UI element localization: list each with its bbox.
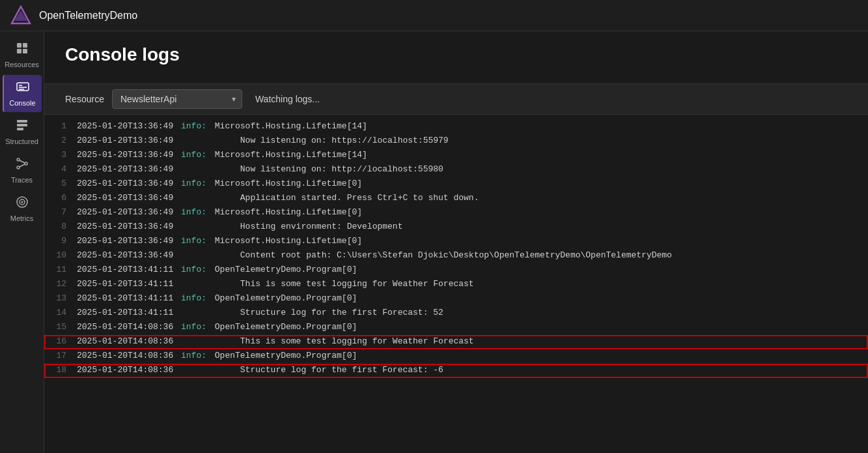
- log-message: Microsoft.Hosting.Lifetime[14]: [210, 121, 868, 131]
- log-timestamp: 2025-01-20T13:36:49: [77, 250, 181, 260]
- metrics-icon: [16, 196, 29, 212]
- log-level: info:: [181, 179, 210, 188]
- svg-rect-10: [17, 120, 27, 123]
- sidebar-item-metrics[interactable]: Metrics: [3, 190, 42, 227]
- log-area[interactable]: 12025-01-20T13:36:49 info: Microsoft.Hos…: [44, 115, 868, 453]
- log-timestamp: 2025-01-20T13:41:11: [77, 308, 181, 317]
- toolbar: Resource NewsletterApi ▾ Watching logs..…: [44, 83, 868, 115]
- svg-rect-11: [17, 124, 27, 126]
- content-area: Console logs Resource NewsletterApi ▾ Wa…: [44, 31, 868, 453]
- svg-rect-4: [17, 49, 21, 53]
- log-row: 92025-01-20T13:36:49 info: Microsoft.Hos…: [44, 235, 868, 249]
- log-message: Now listening on: https://localhost:5597…: [210, 136, 868, 145]
- line-number: 10: [44, 250, 77, 260]
- sidebar-item-traces[interactable]: Traces: [3, 152, 42, 189]
- svg-point-20: [21, 201, 23, 203]
- log-level: info:: [181, 265, 210, 274]
- sidebar-item-structured[interactable]: Structured: [3, 113, 42, 151]
- page-header: Console logs: [44, 31, 868, 83]
- svg-line-16: [20, 160, 25, 163]
- line-number: 7: [44, 207, 77, 217]
- log-row: 162025-01-20T14:08:36 This is some test …: [44, 335, 868, 349]
- log-row: 172025-01-20T14:08:36 info: OpenTelemetr…: [44, 349, 868, 364]
- sidebar-item-console[interactable]: Console: [3, 75, 42, 112]
- sidebar-item-label-metrics: Metrics: [10, 214, 33, 222]
- app-title: OpenTelemetryDemo: [39, 10, 137, 22]
- log-timestamp: 2025-01-20T14:08:36: [77, 365, 181, 375]
- log-timestamp: 2025-01-20T13:36:49: [77, 193, 181, 203]
- line-number: 6: [44, 193, 77, 203]
- log-message: Microsoft.Hosting.Lifetime[14]: [210, 150, 868, 160]
- log-message: This is some test logging for Weather Fo…: [210, 336, 868, 346]
- line-number: 1: [44, 121, 77, 131]
- svg-rect-2: [17, 43, 21, 48]
- log-row: 182025-01-20T14:08:36 Structure log for …: [44, 364, 868, 378]
- line-number: 13: [44, 293, 77, 303]
- resource-select-container: NewsletterApi ▾: [112, 89, 242, 109]
- log-level: info:: [181, 236, 210, 246]
- line-number: 18: [44, 365, 77, 375]
- log-row: 122025-01-20T13:41:11 This is some test …: [44, 278, 868, 292]
- log-timestamp: 2025-01-20T14:08:36: [77, 351, 181, 360]
- log-level: info:: [181, 293, 210, 303]
- log-level: info:: [181, 322, 210, 332]
- log-timestamp: 2025-01-20T13:36:49: [77, 136, 181, 145]
- line-number: 8: [44, 222, 77, 231]
- log-row: 22025-01-20T13:36:49 Now listening on: h…: [44, 134, 868, 149]
- log-timestamp: 2025-01-20T13:41:11: [77, 279, 181, 289]
- structured-icon: [16, 119, 29, 135]
- line-number: 3: [44, 150, 77, 160]
- log-message: Now listening on: http://localhost:55980: [210, 164, 868, 174]
- log-message: OpenTelemetryDemo.Program[0]: [210, 265, 868, 274]
- log-level: info:: [181, 121, 210, 131]
- log-message: OpenTelemetryDemo.Program[0]: [210, 322, 868, 332]
- sidebar-item-label-structured: Structured: [5, 138, 38, 145]
- line-number: 16: [44, 336, 77, 346]
- line-number: 4: [44, 164, 77, 174]
- log-timestamp: 2025-01-20T13:41:11: [77, 265, 181, 274]
- topbar: OpenTelemetryDemo: [0, 0, 868, 31]
- log-timestamp: 2025-01-20T14:08:36: [77, 322, 181, 332]
- line-number: 17: [44, 351, 77, 360]
- log-message: Microsoft.Hosting.Lifetime[0]: [210, 179, 868, 188]
- log-message: Structure log for the first Forecast: -6: [210, 365, 868, 375]
- app-logo: [10, 5, 31, 26]
- log-row: 152025-01-20T14:08:36 info: OpenTelemetr…: [44, 321, 868, 335]
- log-row: 112025-01-20T13:41:11 info: OpenTelemetr…: [44, 263, 868, 278]
- resource-label: Resource: [65, 94, 104, 104]
- log-row: 52025-01-20T13:36:49 info: Microsoft.Hos…: [44, 177, 868, 192]
- log-level: info:: [181, 351, 210, 360]
- line-number: 15: [44, 322, 77, 332]
- watching-status: Watching logs...: [255, 94, 320, 104]
- resources-icon: [16, 42, 29, 58]
- svg-rect-3: [23, 43, 27, 48]
- svg-point-13: [17, 158, 20, 161]
- log-row: 132025-01-20T13:41:11 info: OpenTelemetr…: [44, 292, 868, 306]
- log-message: OpenTelemetryDemo.Program[0]: [210, 351, 868, 360]
- svg-rect-5: [23, 49, 27, 53]
- log-timestamp: 2025-01-20T13:36:49: [77, 121, 181, 131]
- log-row: 142025-01-20T13:41:11 Structure log for …: [44, 306, 868, 321]
- sidebar-item-label-resources: Resources: [5, 61, 39, 68]
- resource-select[interactable]: NewsletterApi: [112, 89, 242, 109]
- log-message: Structure log for the first Forecast: 52: [210, 308, 868, 317]
- line-number: 5: [44, 179, 77, 188]
- log-timestamp: 2025-01-20T13:36:49: [77, 207, 181, 217]
- log-timestamp: 2025-01-20T13:36:49: [77, 236, 181, 246]
- log-timestamp: 2025-01-20T14:08:36: [77, 336, 181, 346]
- log-row: 32025-01-20T13:36:49 info: Microsoft.Hos…: [44, 149, 868, 163]
- svg-line-17: [20, 164, 25, 167]
- log-row: 82025-01-20T13:36:49 Hosting environment…: [44, 220, 868, 235]
- log-message: Application started. Press Ctrl+C to shu…: [210, 193, 868, 203]
- log-row: 72025-01-20T13:36:49 info: Microsoft.Hos…: [44, 206, 868, 220]
- traces-icon: [16, 157, 29, 173]
- log-row: 12025-01-20T13:36:49 info: Microsoft.Hos…: [44, 120, 868, 134]
- log-row: 42025-01-20T13:36:49 Now listening on: h…: [44, 163, 868, 177]
- log-level: info:: [181, 207, 210, 217]
- line-number: 9: [44, 236, 77, 246]
- log-row: 102025-01-20T13:36:49 Content root path:…: [44, 249, 868, 263]
- log-timestamp: 2025-01-20T13:36:49: [77, 164, 181, 174]
- sidebar-item-resources[interactable]: Resources: [3, 37, 42, 74]
- line-number: 2: [44, 136, 77, 145]
- sidebar-item-label-console: Console: [9, 99, 35, 107]
